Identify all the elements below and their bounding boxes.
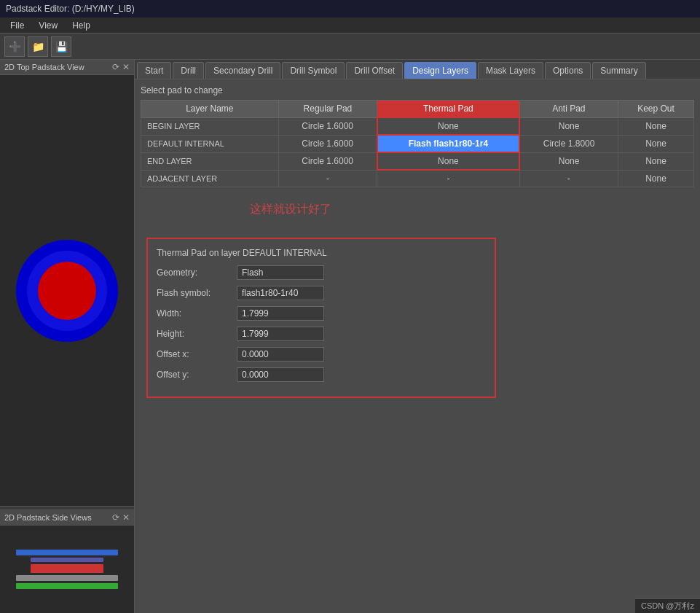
- cell-regular-begin: Circle 1.6000: [278, 117, 377, 135]
- side-view-label: 2D Padstack Side Views: [4, 513, 92, 522]
- info-row-height: Height: 1.7999: [157, 327, 486, 341]
- layer-bar-purple: [31, 558, 103, 562]
- info-label-flash-symbol: Flash symbol:: [157, 288, 229, 298]
- cell-thermal-adjacent[interactable]: -: [377, 170, 520, 187]
- info-row-flash-symbol: Flash symbol: flash1r80-1r40: [157, 286, 486, 300]
- cell-keepout-begin: None: [618, 117, 694, 135]
- col-header-thermal: Thermal Pad: [377, 101, 520, 118]
- tab-drill-offset[interactable]: Drill Offset: [346, 62, 403, 79]
- info-panel-title: Thermal Pad on layer DEFAULT INTERNAL: [157, 248, 486, 258]
- tab-summary[interactable]: Summary: [592, 62, 645, 79]
- tab-start[interactable]: Start: [137, 62, 171, 79]
- cell-anti-begin: None: [519, 117, 618, 135]
- col-header-anti: Anti Pad: [519, 101, 618, 118]
- cell-thermal-end[interactable]: None: [377, 152, 520, 170]
- new-button[interactable]: ➕: [4, 36, 25, 57]
- side-view-close-icon[interactable]: ✕: [122, 512, 130, 523]
- section-label: Select pad to change: [141, 85, 694, 95]
- cell-regular-adjacent: -: [278, 170, 377, 187]
- annotation-text: 这样就设计好了: [250, 202, 694, 217]
- table-row[interactable]: DEFAULT INTERNAL Circle 1.6000 Flash fla…: [141, 135, 694, 152]
- info-label-width: Width:: [157, 308, 229, 319]
- side-view-header: 2D Padstack Side Views ⟳ ✕: [0, 510, 134, 526]
- info-value-geometry: Flash: [237, 265, 324, 280]
- tab-drill-symbol[interactable]: Drill Symbol: [282, 62, 345, 79]
- side-view-refresh-icon[interactable]: ⟳: [112, 512, 119, 523]
- info-label-height: Height:: [157, 329, 229, 339]
- top-view-close-icon[interactable]: ✕: [122, 62, 130, 72]
- tab-mask-layers[interactable]: Mask Layers: [478, 62, 543, 79]
- info-value-offset-x: 0.0000: [237, 347, 324, 362]
- cell-regular-end: Circle 1.6000: [278, 152, 377, 170]
- cell-layer-begin: BEGIN LAYER: [141, 117, 279, 135]
- info-value-offset-y: 0.0000: [237, 367, 324, 382]
- right-panel: Start Drill Secondary Drill Drill Symbol…: [135, 60, 700, 613]
- pad-table: Layer Name Regular Pad Thermal Pad Anti …: [141, 100, 694, 187]
- table-row[interactable]: ADJACENT LAYER - - - None: [141, 170, 694, 187]
- status-text: CSDN @万利z: [641, 601, 694, 610]
- top-view-header: 2D Top Padstack View ⟳ ✕: [0, 60, 134, 75]
- info-label-geometry: Geometry:: [157, 268, 229, 278]
- cell-anti-adjacent: -: [519, 170, 618, 187]
- info-row-offset-x: Offset x: 0.0000: [157, 347, 486, 362]
- info-row-width: Width: 1.7999: [157, 306, 486, 321]
- side-view-layers: [9, 550, 125, 589]
- col-header-keepout: Keep Out: [618, 101, 694, 118]
- title-bar: Padstack Editor: (D:/HY/MY_LIB): [0, 0, 700, 17]
- cell-layer-end: END LAYER: [141, 152, 279, 170]
- tabs-container: Start Drill Secondary Drill Drill Symbol…: [135, 60, 700, 79]
- info-label-offset-x: Offset x:: [157, 349, 229, 359]
- cell-layer-adjacent: ADJACENT LAYER: [141, 170, 279, 187]
- side-view-canvas: [0, 526, 134, 613]
- cell-anti-end: None: [519, 152, 618, 170]
- left-panel: 2D Top Padstack View ⟳ ✕ 2D Padstack Sid…: [0, 60, 135, 613]
- info-row-offset-y: Offset y: 0.0000: [157, 367, 486, 382]
- save-button[interactable]: 💾: [51, 36, 71, 57]
- col-header-layer: Layer Name: [141, 101, 279, 118]
- toolbar: ➕ 📁 💾: [0, 34, 700, 60]
- main-layout: 2D Top Padstack View ⟳ ✕ 2D Padstack Sid…: [0, 60, 700, 613]
- info-value-width: 1.7999: [237, 306, 324, 321]
- menu-bar: File View Help: [0, 17, 700, 34]
- info-label-offset-y: Offset y:: [157, 370, 229, 380]
- top-view-label: 2D Top Padstack View: [4, 63, 84, 71]
- menu-help[interactable]: Help: [65, 19, 98, 32]
- tab-options[interactable]: Options: [545, 62, 591, 79]
- status-bar: CSDN @万利z: [635, 598, 700, 613]
- info-panel: Thermal Pad on layer DEFAULT INTERNAL Ge…: [146, 238, 496, 398]
- tab-drill[interactable]: Drill: [173, 62, 204, 79]
- pad-inner-circle: [38, 262, 96, 320]
- cell-regular-default: Circle 1.6000: [278, 135, 377, 152]
- cell-layer-default: DEFAULT INTERNAL: [141, 135, 279, 152]
- cell-keepout-end: None: [618, 152, 694, 170]
- cell-keepout-default: None: [618, 135, 694, 152]
- info-row-geometry: Geometry: Flash: [157, 265, 486, 280]
- menu-file[interactable]: File: [3, 19, 31, 32]
- table-row[interactable]: END LAYER Circle 1.6000 None None None: [141, 152, 694, 170]
- cell-thermal-begin[interactable]: None: [377, 117, 520, 135]
- pad-middle-circle: [27, 251, 107, 331]
- title-text: Padstack Editor: (D:/HY/MY_LIB): [6, 4, 135, 14]
- content-area: Select pad to change Layer Name Regular …: [135, 79, 700, 613]
- table-row[interactable]: BEGIN LAYER Circle 1.6000 None None None: [141, 117, 694, 135]
- tab-design-layers[interactable]: Design Layers: [404, 62, 476, 79]
- info-value-flash-symbol: flash1r80-1r40: [237, 286, 324, 300]
- cell-thermal-default[interactable]: Flash flash1r80-1r4: [377, 135, 520, 152]
- info-value-height: 1.7999: [237, 327, 324, 341]
- cell-anti-default: Circle 1.8000: [519, 135, 618, 152]
- layer-bar-gray: [16, 575, 118, 581]
- col-header-regular: Regular Pad: [278, 101, 377, 118]
- pad-outer-circle: [16, 240, 118, 342]
- layer-bar-blue: [16, 550, 118, 555]
- top-view-canvas: [0, 75, 134, 506]
- cell-keepout-adjacent: None: [618, 170, 694, 187]
- top-view-refresh-icon[interactable]: ⟳: [112, 62, 119, 72]
- menu-view[interactable]: View: [31, 19, 65, 32]
- tab-secondary-drill[interactable]: Secondary Drill: [205, 62, 280, 79]
- open-button[interactable]: 📁: [28, 36, 48, 57]
- layer-bar-green: [16, 583, 118, 589]
- layer-bar-red: [31, 564, 103, 573]
